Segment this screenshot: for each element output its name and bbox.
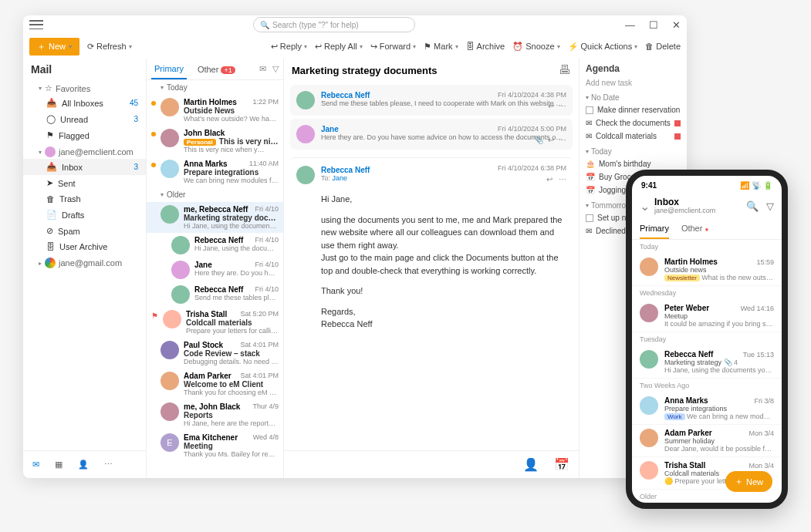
- minimize-icon[interactable]: —: [625, 19, 635, 31]
- phone-message-item[interactable]: Adam ParkerMon 3/4 Summer holiday Dear J…: [632, 425, 782, 457]
- message-menu-icon[interactable]: ⋯: [559, 136, 566, 144]
- add-task-input[interactable]: Add new task: [586, 79, 681, 87]
- message-item[interactable]: John Black PersonalThis is very nice whe…: [147, 126, 283, 157]
- phone-group-header: Today: [632, 240, 782, 254]
- conversation-message[interactable]: Rebecca Neff Send me these tables please…: [290, 85, 573, 116]
- new-button[interactable]: ＋ New ▾: [29, 38, 79, 56]
- message-item[interactable]: ⚑ Trisha Stall Coldcall materials Prepar…: [147, 307, 283, 338]
- message-item[interactable]: Rebecca Neff Send me these tables please…: [147, 282, 283, 307]
- toolbar: ＋ New ▾ ⟳ Refresh ▾ ↩ Reply ▾ ↩ Reply Al…: [23, 34, 687, 59]
- mark-button[interactable]: ⚑ Mark ▾: [424, 42, 458, 52]
- mail-section-title: Mail: [23, 59, 146, 80]
- more-icon[interactable]: ⋯: [104, 460, 113, 470]
- message-menu-icon[interactable]: ⋯: [559, 175, 566, 184]
- phone-message-item[interactable]: Peter WeberWed 14:16 Meetup It could be …: [632, 300, 782, 332]
- hamburger-icon[interactable]: [29, 20, 43, 29]
- message-item[interactable]: Anna Marks Prepare integrations We can b…: [147, 157, 283, 187]
- phone-tab-other[interactable]: Other ●: [681, 219, 708, 239]
- print-icon[interactable]: 🖶: [559, 63, 571, 77]
- phone-statusbar: 9:41 📶 📡 🔋: [632, 176, 782, 194]
- mail-icon[interactable]: ✉: [32, 460, 39, 470]
- phone-message-item[interactable]: Martin Holmes15:59 Outside news Newslett…: [632, 254, 782, 286]
- favorites-header[interactable]: ▾ ☆ Favorites: [23, 80, 146, 95]
- calendar-icon[interactable]: ▦: [55, 460, 63, 470]
- sidebar-item-all-inboxes[interactable]: 📥 All Inboxes45: [23, 95, 146, 111]
- sidebar-bottom-nav: ✉ ▦ 👤 ⋯: [23, 450, 146, 478]
- reading-pane: Marketing strategy documents 🖶 Rebecca N…: [284, 59, 579, 478]
- sidebar-item-flagged[interactable]: ⚑ Flagged: [23, 127, 146, 143]
- message-list: Primary Other +1 ✉ ▽ ▾ Today Martin Holm…: [147, 59, 284, 478]
- message-item[interactable]: Jane Here they are. Do you have some adv…: [147, 258, 283, 282]
- agenda-item[interactable]: ✉Check the documents: [586, 116, 681, 130]
- message-to[interactable]: Jane: [333, 174, 348, 182]
- message-item[interactable]: Adam Parker Welcome to eM Client Thank y…: [147, 369, 283, 399]
- account2-header[interactable]: ▸ jane@gmail.com: [23, 254, 146, 270]
- group-today[interactable]: ▾ Today: [147, 80, 283, 95]
- refresh-icon: ⟳: [87, 42, 94, 52]
- sidebar-item-drafts[interactable]: 📄 Drafts: [23, 207, 146, 223]
- reply-button[interactable]: ↩ Reply ▾: [271, 42, 307, 52]
- snooze-button[interactable]: ⏰ Snooze ▾: [512, 42, 559, 52]
- agenda-today-header[interactable]: ▾ Today: [586, 147, 681, 156]
- message-expanded: Rebecca Neff To: Jane Fri 4/10/2024 6:38…: [290, 157, 573, 345]
- phone-tab-primary[interactable]: Primary: [640, 219, 669, 239]
- message-item[interactable]: me, John Black Reports Hi Jane, here are…: [147, 399, 283, 430]
- forward-button[interactable]: ↪ Forward ▾: [370, 42, 416, 52]
- delete-button[interactable]: 🗑 Delete: [645, 42, 681, 51]
- message-menu-icon[interactable]: ⋯: [559, 102, 566, 110]
- archive-button[interactable]: 🗄 Archive: [466, 42, 505, 51]
- contacts-icon[interactable]: 👤: [78, 460, 89, 470]
- contact-detail-icon[interactable]: 👤: [523, 457, 539, 472]
- tab-other[interactable]: Other +1: [194, 60, 238, 79]
- close-icon[interactable]: ✕: [672, 19, 681, 31]
- agenda-toggle-icon[interactable]: 📅: [554, 457, 569, 472]
- agenda-item[interactable]: ✉Coldcall materials: [586, 130, 681, 143]
- chevron-down-icon[interactable]: ⌄: [640, 199, 650, 214]
- phone-group-header: Tuesday: [632, 332, 782, 346]
- agenda-title: Agenda: [586, 63, 681, 74]
- reply-icon[interactable]: ↩: [548, 102, 554, 110]
- filter-icon[interactable]: ▽: [272, 64, 279, 74]
- attachment-icon: 📎: [534, 136, 543, 144]
- signal-battery-icon: 📶 📡 🔋: [740, 181, 772, 190]
- filter-icon[interactable]: ▽: [766, 200, 774, 212]
- flag-icon: [674, 133, 681, 140]
- message-item[interactable]: me, Rebecca Neff Marketing strategy docu…: [147, 202, 283, 233]
- sidebar-item-unread[interactable]: ◯ Unread3: [23, 111, 146, 127]
- group-older[interactable]: ▾ Older: [147, 187, 283, 202]
- phone-group-header: Wednesday: [632, 286, 782, 300]
- conversation-subject: Marketing strategy documents: [292, 65, 438, 76]
- sidebar-item-archive[interactable]: 🗄 User Archive: [23, 239, 146, 254]
- phone-inbox-title[interactable]: Inbox: [654, 197, 715, 207]
- search-icon[interactable]: 🔍: [746, 200, 759, 212]
- conversation-message[interactable]: Jane Here they are. Do you have some adv…: [290, 119, 573, 150]
- phone-group-header: Two Weeks Ago: [632, 379, 782, 392]
- search-input[interactable]: 🔍 Search (type "?" for help): [253, 17, 415, 32]
- phone-message-item[interactable]: Rebecca NeffTue 15:13 Marketing strategy…: [632, 346, 782, 379]
- account-header[interactable]: ▾ jane@emclient.com: [23, 143, 146, 159]
- agenda-item[interactable]: Make dinner reservation: [586, 103, 681, 116]
- maximize-icon[interactable]: ☐: [649, 19, 658, 31]
- message-item[interactable]: Rebecca Neff Hi Jane, using the document…: [147, 233, 283, 258]
- reply-all-button[interactable]: ↩ Reply All ▾: [315, 42, 363, 52]
- message-item[interactable]: Paul Stock Code Review – stack Debugging…: [147, 338, 283, 369]
- phone-new-button[interactable]: ＋ New: [725, 471, 772, 492]
- quick-actions-button[interactable]: ⚡ Quick Actions ▾: [568, 42, 638, 52]
- tab-primary[interactable]: Primary: [151, 59, 187, 79]
- sidebar-item-spam[interactable]: ⊘ Spam: [23, 223, 146, 239]
- mobile-preview: 9:41 📶 📡 🔋 ⌄ Inbox jane@emclient.com 🔍 ▽…: [626, 170, 788, 509]
- agenda-nodate-header[interactable]: ▾ No Date: [586, 93, 681, 102]
- phone-message-item[interactable]: Anna MarksFri 3/8 Prepare integrations W…: [632, 392, 782, 425]
- sidebar-item-inbox[interactable]: 📥 Inbox3: [23, 159, 146, 175]
- reply-icon[interactable]: ↩: [548, 136, 554, 144]
- refresh-button[interactable]: ⟳ Refresh ▾: [87, 42, 132, 52]
- mark-read-icon[interactable]: ✉: [259, 64, 266, 74]
- sidebar-item-trash[interactable]: 🗑 Trash: [23, 191, 146, 207]
- sidebar: Mail ▾ ☆ Favorites 📥 All Inboxes45 ◯ Unr…: [23, 59, 147, 478]
- agenda-item[interactable]: 🎂Mom's birthday: [586, 157, 681, 170]
- message-item[interactable]: Martin Holmes Outside News What's new ou…: [147, 95, 283, 126]
- sidebar-item-sent[interactable]: ➤ Sent: [23, 175, 146, 191]
- message-item[interactable]: E Ema Kitchener Meeting Thank you Ms. Ba…: [147, 430, 283, 461]
- reply-icon[interactable]: ↩: [546, 175, 552, 184]
- phone-account: jane@emclient.com: [654, 207, 715, 214]
